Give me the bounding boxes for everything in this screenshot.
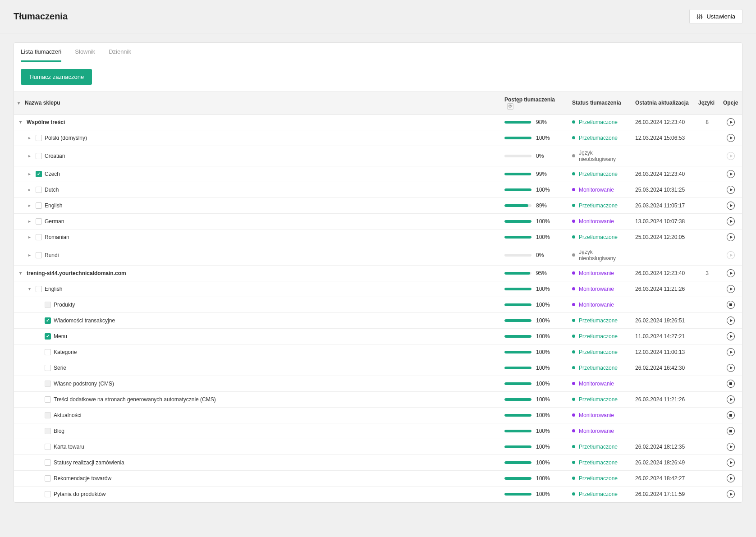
play-icon[interactable] (727, 474, 735, 482)
row-checkbox[interactable] (45, 317, 51, 324)
row-checkbox[interactable] (36, 252, 42, 258)
play-icon[interactable] (727, 348, 735, 356)
play-icon[interactable] (727, 332, 735, 340)
row-checkbox[interactable] (45, 333, 51, 340)
updated-cell: 13.03.2024 10:07:38 (632, 213, 695, 229)
progress-label: 100% (536, 412, 550, 418)
updated-cell: 26.03.2024 12:23:40 (632, 265, 695, 281)
play-icon[interactable] (727, 118, 735, 126)
chevron-right-icon[interactable]: ▸ (28, 203, 33, 208)
play-icon[interactable] (727, 395, 735, 404)
status-text: Przetłumaczone (579, 135, 618, 141)
play-icon[interactable] (727, 186, 735, 194)
stop-icon[interactable] (727, 301, 735, 309)
chevron-down-icon[interactable]: ▾ (18, 101, 22, 106)
row-checkbox[interactable] (36, 234, 42, 240)
chevron-right-icon[interactable]: ▸ (28, 252, 33, 257)
play-icon (727, 251, 735, 259)
chevron-down-icon[interactable]: ▾ (19, 119, 24, 124)
status-text: Przetłumaczone (579, 119, 618, 125)
table-row: ▸English89%Przetłumaczone26.03.2024 11:0… (14, 197, 742, 213)
table-row: Pytania do produktów100%Przetłumaczone26… (14, 486, 742, 502)
row-checkbox[interactable] (45, 475, 51, 482)
row-name-label: Pytania do produktów (54, 491, 105, 497)
translate-selected-button[interactable]: Tłumacz zaznaczone (21, 69, 92, 85)
status-text: Monitorowanie (579, 218, 614, 225)
play-icon[interactable] (727, 443, 735, 451)
chevron-right-icon[interactable]: ▸ (28, 219, 33, 224)
progress-bar (504, 398, 531, 401)
stop-icon[interactable] (727, 380, 735, 388)
play-icon[interactable] (727, 285, 735, 293)
progress-bar (504, 204, 531, 207)
row-checkbox[interactable] (36, 286, 42, 292)
table-row: Karta towaru100%Przetłumaczone26.02.2024… (14, 439, 742, 454)
languages-cell (695, 297, 719, 312)
play-icon[interactable] (727, 269, 735, 277)
row-checkbox[interactable] (36, 135, 42, 141)
row-checkbox[interactable] (36, 187, 42, 193)
languages-cell (695, 245, 719, 265)
play-icon[interactable] (727, 202, 735, 210)
progress-label: 99% (536, 171, 547, 177)
status-text: Przetłumaczone (579, 333, 618, 340)
row-name-label: Menu (54, 333, 67, 340)
row-checkbox[interactable] (45, 396, 51, 403)
tab-0[interactable]: Lista tłumaczeń (21, 43, 61, 62)
row-checkbox[interactable] (45, 365, 51, 371)
table-row: Kategorie100%Przetłumaczone12.03.2024 11… (14, 344, 742, 360)
updated-cell: 26.02.2024 18:12:35 (632, 439, 695, 454)
translations-table: ▾ Nazwa sklepu Postęp tłumaczenia ⟳ Stat… (14, 92, 742, 502)
chevron-down-icon[interactable]: ▾ (28, 286, 33, 291)
row-checkbox[interactable] (36, 202, 42, 209)
chevron-right-icon[interactable]: ▸ (28, 135, 33, 140)
play-icon[interactable] (727, 170, 735, 178)
stop-icon[interactable] (727, 427, 735, 435)
chevron-down-icon[interactable]: ▾ (19, 271, 24, 275)
row-name-label: Własne podstrony (CMS) (54, 381, 114, 387)
chevron-right-icon[interactable]: ▸ (28, 187, 33, 192)
play-icon[interactable] (727, 490, 735, 498)
row-checkbox[interactable] (36, 218, 42, 225)
status-text: Przetłumaczone (579, 234, 618, 240)
play-icon[interactable] (727, 317, 735, 325)
row-checkbox[interactable] (45, 459, 51, 466)
row-checkbox[interactable] (36, 171, 42, 177)
stop-icon[interactable] (727, 411, 735, 419)
tab-2[interactable]: Dziennik (109, 43, 131, 62)
column-header-options: Opcje (719, 92, 742, 115)
chevron-right-icon[interactable]: ▸ (28, 234, 33, 239)
play-icon[interactable] (727, 233, 735, 241)
tab-1[interactable]: Słownik (75, 43, 95, 62)
play-icon[interactable] (727, 134, 735, 142)
updated-cell: 26.02.2024 18:26:49 (632, 454, 695, 470)
row-name-label: English (45, 286, 62, 292)
chevron-right-icon[interactable]: ▸ (28, 171, 33, 176)
row-checkbox[interactable] (36, 153, 42, 159)
languages-cell (695, 281, 719, 297)
play-icon[interactable] (727, 217, 735, 225)
progress-label: 100% (536, 459, 550, 466)
chevron-right-icon[interactable]: ▸ (28, 153, 33, 158)
progress-label: 0% (536, 252, 544, 258)
column-header-status: Status tłumaczenia (568, 92, 632, 115)
updated-cell: 26.02.2024 19:26:51 (632, 312, 695, 328)
row-name-label: Rundi (45, 252, 59, 258)
languages-cell (695, 328, 719, 344)
status-dot-icon (572, 172, 575, 175)
row-name-label: Croatian (45, 153, 65, 159)
row-checkbox[interactable] (45, 491, 51, 497)
status-dot-icon (572, 319, 575, 322)
progress-label: 100% (536, 187, 550, 193)
row-checkbox[interactable] (45, 349, 51, 355)
updated-cell: 26.02.2024 16:42:30 (632, 360, 695, 376)
refresh-icon[interactable]: ⟳ (507, 103, 513, 110)
languages-cell (695, 391, 719, 407)
settings-button[interactable]: Ustawienia (689, 9, 742, 24)
updated-cell: 26.02.2024 18:42:27 (632, 470, 695, 486)
svg-point-5 (701, 16, 702, 18)
play-icon[interactable] (727, 364, 735, 372)
row-checkbox[interactable] (45, 444, 51, 450)
play-icon[interactable] (727, 459, 735, 467)
progress-label: 100% (536, 218, 550, 225)
